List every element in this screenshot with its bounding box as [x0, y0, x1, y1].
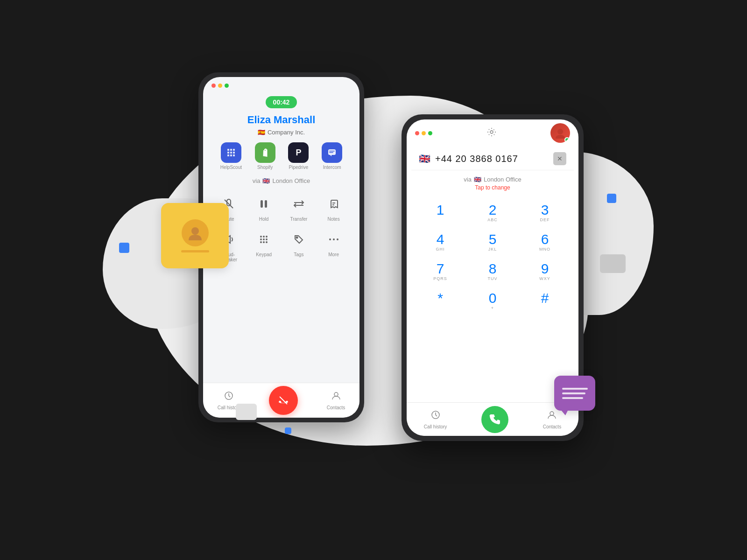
- call-history-label-right: Call history: [424, 424, 447, 429]
- notes-button[interactable]: Notes: [324, 194, 344, 222]
- svg-point-27: [334, 392, 338, 396]
- clear-button[interactable]: ✕: [553, 152, 566, 165]
- svg-point-15: [260, 238, 262, 240]
- flag-spain-icon: 🇪🇸: [258, 129, 265, 136]
- dial-key-hash[interactable]: #: [519, 287, 571, 316]
- integration-intercom[interactable]: Intercom: [322, 142, 342, 170]
- integration-helpscout[interactable]: HelpScout: [220, 142, 242, 170]
- integration-shopify[interactable]: Shopify: [255, 142, 275, 170]
- dot-green: [225, 84, 229, 88]
- integrations-row: HelpScout Shopify P: [211, 142, 351, 170]
- right-via-text: via: [464, 176, 472, 183]
- dial-key-1[interactable]: 1: [414, 198, 466, 228]
- dial-key-8[interactable]: 8 TUV: [466, 257, 519, 287]
- helpscout-label: HelpScout: [220, 165, 242, 170]
- tags-button[interactable]: Tags: [289, 229, 309, 262]
- intercom-label: Intercom: [323, 165, 341, 170]
- dial-key-0[interactable]: 0 +: [466, 287, 519, 316]
- keypad-label: Keypad: [256, 252, 272, 257]
- right-dot-yellow: [422, 131, 426, 135]
- dot-yellow: [218, 84, 222, 88]
- svg-point-0: [191, 227, 199, 235]
- tap-to-change[interactable]: Tap to change: [407, 184, 578, 191]
- svg-point-20: [266, 241, 268, 243]
- call-history-icon: [224, 391, 234, 403]
- caller-company: 🇪🇸 Company Inc.: [211, 129, 351, 136]
- controls-row-2: Loud-speaker Keypad: [211, 229, 351, 262]
- integration-pipedrive[interactable]: P Pipedrive: [288, 142, 309, 170]
- svg-point-13: [263, 236, 265, 238]
- end-call-button[interactable]: [269, 386, 298, 415]
- speech-bubble: [554, 376, 595, 411]
- online-status-dot: [564, 137, 570, 142]
- call-history-nav-right[interactable]: Call history: [424, 410, 447, 429]
- user-avatar: [550, 123, 570, 143]
- svg-rect-2: [329, 151, 335, 152]
- pipedrive-label: Pipedrive: [289, 165, 309, 170]
- hold-icon: [254, 194, 274, 214]
- call-button[interactable]: [481, 406, 508, 433]
- svg-point-22: [329, 238, 331, 240]
- helpscout-icon: [221, 142, 241, 163]
- dialpad-grid: 1 2 ABC 3 DEF 4 GHI 5 JKL: [407, 198, 578, 316]
- transfer-label: Transfer: [290, 217, 307, 222]
- notes-icon: [324, 194, 344, 214]
- dial-key-6[interactable]: 6 MNO: [519, 228, 571, 257]
- dial-key-5[interactable]: 5 JKL: [466, 228, 519, 257]
- right-phone-header: [407, 119, 578, 147]
- deco-square-blue-bottom: [285, 427, 291, 434]
- transfer-icon: [289, 194, 309, 214]
- svg-point-18: [260, 241, 262, 243]
- hold-label: Hold: [259, 217, 269, 222]
- deco-square-blue-left: [119, 243, 129, 253]
- deco-square-gray: [600, 254, 626, 273]
- svg-point-24: [337, 238, 338, 240]
- contact-card: [161, 203, 229, 268]
- flag-uk-via-icon: 🇬🇧: [474, 176, 481, 183]
- dial-key-2[interactable]: 2 ABC: [466, 198, 519, 228]
- more-icon: [324, 229, 344, 250]
- svg-point-12: [260, 236, 262, 238]
- contact-avatar: [182, 219, 209, 246]
- flag-uk-left-icon: 🇬🇧: [262, 177, 270, 184]
- dial-key-4[interactable]: 4 GHI: [414, 228, 466, 257]
- deco-square-white: [236, 404, 257, 420]
- hold-button[interactable]: Hold: [254, 194, 274, 222]
- contact-name-line: [181, 250, 209, 252]
- svg-point-21: [296, 237, 297, 238]
- dial-key-7[interactable]: 7 PQRS: [414, 257, 466, 287]
- bubble-content: [558, 384, 592, 403]
- transfer-button[interactable]: Transfer: [289, 194, 309, 222]
- dot-red: [211, 84, 216, 88]
- svg-rect-3: [329, 152, 333, 153]
- window-controls: [203, 77, 359, 91]
- dial-key-9[interactable]: 9 WXY: [519, 257, 571, 287]
- bubble-line-1: [562, 388, 588, 390]
- contacts-icon-left: [331, 391, 341, 403]
- notes-label: Notes: [328, 217, 340, 222]
- svg-point-23: [333, 238, 335, 240]
- shopify-icon: [255, 142, 275, 163]
- dial-key-star[interactable]: *: [414, 287, 466, 316]
- pipedrive-icon: P: [288, 142, 309, 163]
- dial-key-3[interactable]: 3 DEF: [519, 198, 571, 228]
- contacts-nav-right[interactable]: Contacts: [543, 410, 561, 429]
- settings-icon[interactable]: [486, 127, 497, 140]
- more-button[interactable]: More: [324, 229, 344, 262]
- dialpad-input-row: 🇬🇧 +44 20 3868 0167 ✕: [411, 147, 574, 170]
- keypad-button[interactable]: Keypad: [254, 229, 274, 262]
- svg-point-16: [263, 238, 265, 240]
- contacts-nav-left[interactable]: Contacts: [327, 391, 345, 410]
- right-via-line: via 🇬🇧 London Office: [407, 176, 578, 183]
- keypad-icon: [254, 229, 274, 250]
- contacts-label-left: Contacts: [327, 405, 345, 410]
- contacts-label-right: Contacts: [543, 424, 561, 429]
- svg-point-28: [490, 131, 493, 133]
- bubble-line-2: [562, 392, 585, 394]
- left-via-text: via: [253, 177, 261, 184]
- svg-point-31: [550, 412, 554, 415]
- svg-point-14: [266, 236, 268, 238]
- phone-number-display: +44 20 3868 0167: [435, 154, 549, 164]
- controls-row-1: Mute Hold: [211, 194, 351, 222]
- left-phone-bottom-nav: Call history Contacts: [203, 383, 359, 418]
